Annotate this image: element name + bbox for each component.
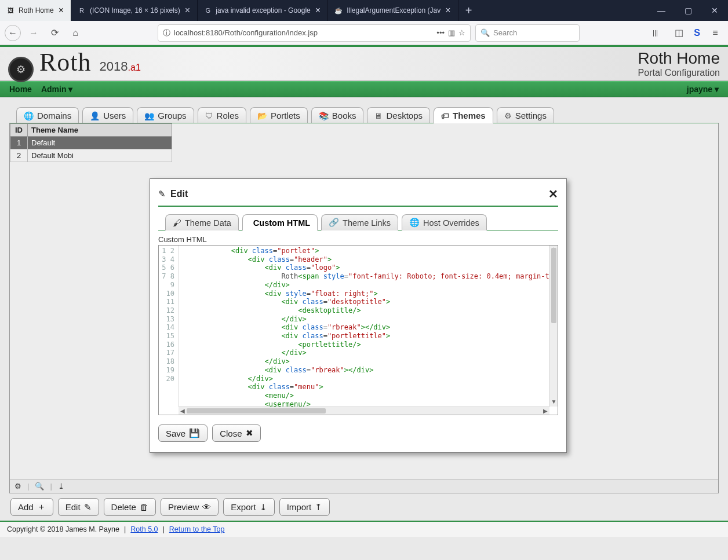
menu-admin[interactable]: Admin ▾ — [37, 82, 77, 97]
more-icon[interactable]: ••• — [436, 28, 445, 37]
tab-label: Desktops — [386, 111, 423, 120]
roles-icon: 🛡 — [205, 111, 213, 120]
trash-icon: 🗑 — [140, 502, 148, 512]
tab-settings[interactable]: ⚙Settings — [497, 107, 554, 123]
dialog-title: Edit — [170, 189, 188, 199]
panel-toolbar: ⚙| 🔍| ⤓ — [10, 479, 718, 493]
search-icon: 🔍 — [481, 28, 490, 37]
portlets-icon: 📂 — [257, 111, 267, 120]
dialog-close-icon[interactable]: ✕ — [548, 187, 558, 201]
address-bar[interactable]: ⓘ localhost:8180/Roth/configuration/inde… — [158, 24, 471, 42]
close-icon: ✖ — [246, 428, 253, 438]
window-close-button[interactable]: ✕ — [701, 0, 728, 21]
tab-label: java invalid exception - Google — [216, 6, 310, 14]
table-row[interactable]: 1Default — [10, 137, 172, 149]
home-button[interactable]: ⌂ — [67, 25, 83, 41]
tab-label: Domains — [37, 111, 71, 120]
tab-label: Theme Links — [343, 218, 391, 228]
window-maximize-button[interactable]: ▢ — [675, 0, 701, 21]
editor-content[interactable]: <div class="portlet"> <div class="header… — [179, 246, 549, 407]
edit-icon: ✎ — [158, 189, 166, 199]
code-editor[interactable]: 1 2 3 4 5 6 7 8 9 10 11 12 13 14 15 16 1… — [158, 245, 558, 415]
tool-settings-icon[interactable]: ⚙ — [14, 482, 21, 491]
tab-users[interactable]: 👤Users — [82, 107, 133, 123]
library-icon[interactable]: ⫼ — [647, 25, 664, 41]
sidebar-icon[interactable]: ◫ — [671, 25, 687, 41]
browser-search[interactable]: 🔍 Search — [475, 24, 580, 42]
dialog-close-button[interactable]: Close ✖ — [212, 424, 260, 442]
save-icon: 💾 — [189, 428, 200, 438]
preview-button[interactable]: Preview👁 — [161, 498, 219, 516]
reader-icon[interactable]: ▥ — [448, 28, 455, 37]
tab-close-icon[interactable]: × — [184, 5, 191, 16]
back-button[interactable]: ← — [5, 25, 21, 41]
users-icon: 👤 — [90, 111, 100, 120]
editor-hscrollbar[interactable]: ◀▶ — [179, 407, 549, 415]
new-tab-button[interactable]: + — [458, 0, 479, 21]
tab-close-icon[interactable]: × — [314, 5, 322, 16]
footer-link-roth[interactable]: Roth 5.0 — [130, 525, 158, 533]
import-button[interactable]: Import⤒ — [279, 498, 330, 516]
tab-books[interactable]: 📚Books — [311, 107, 364, 123]
table-row[interactable]: 2Default Mobi — [10, 149, 172, 162]
app-menubar: Home Admin ▾ jpayne ▾ — [0, 81, 728, 97]
books-icon: 📚 — [319, 111, 329, 120]
action-row: Add＋ Edit✎ Delete🗑 Preview👁 Export⤓ Impo… — [0, 493, 728, 521]
browser-tab-0[interactable]: 🖼Roth Home× — [0, 0, 71, 21]
menu-home[interactable]: Home — [5, 82, 37, 97]
add-button[interactable]: Add＋ — [10, 498, 53, 516]
desktops-icon: 🖥 — [374, 111, 383, 120]
tab-icon: 🖌 — [173, 218, 181, 228]
browser-tab-2[interactable]: Gjava invalid exception - Google× — [198, 0, 328, 21]
dialog-tab-host-overrides[interactable]: 🌐Host Overrides — [402, 214, 487, 230]
tab-roles[interactable]: 🛡Roles — [198, 107, 246, 123]
favicon-icon: G — [203, 6, 212, 15]
footer-link-top[interactable]: Return to the Top — [169, 525, 225, 533]
edit-icon: ✎ — [84, 502, 92, 513]
tab-themes[interactable]: 🏷Themes — [434, 107, 493, 123]
forward-button[interactable]: → — [26, 25, 42, 41]
editor-gutter: 1 2 3 4 5 6 7 8 9 10 11 12 13 14 15 16 1… — [159, 246, 179, 407]
col-name[interactable]: Theme Name — [28, 124, 172, 137]
tab-close-icon[interactable]: × — [57, 5, 65, 16]
tab-desktops[interactable]: 🖥Desktops — [367, 107, 430, 123]
tab-label: Themes — [453, 111, 486, 120]
editor-vscrollbar[interactable]: ▲▼ — [549, 246, 558, 407]
tab-icon: 🔗 — [329, 218, 339, 228]
page-subtitle: Portal Configuration — [638, 68, 720, 78]
dialog-save-button[interactable]: Save 💾 — [158, 424, 208, 442]
tab-portlets[interactable]: 📂Portlets — [250, 107, 308, 123]
tab-close-icon[interactable]: × — [444, 5, 452, 16]
tab-domains[interactable]: 🌐Domains — [16, 107, 79, 123]
browser-tab-1[interactable]: R(ICON Image, 16 × 16 pixels)× — [71, 0, 198, 21]
reload-button[interactable]: ⟳ — [46, 25, 63, 41]
menu-icon[interactable]: ≡ — [707, 25, 723, 41]
tab-groups[interactable]: 👥Groups — [137, 107, 194, 123]
browser-tab-3[interactable]: ☕IllegalArgumentException (Jav× — [328, 0, 458, 21]
tab-icon: 🌐 — [409, 218, 420, 228]
window-minimize-button[interactable]: — — [648, 0, 675, 21]
export-button[interactable]: Export⤓ — [223, 498, 274, 516]
cell-id: 1 — [10, 137, 28, 149]
col-id[interactable]: ID — [10, 124, 28, 137]
edit-button[interactable]: Edit✎ — [58, 498, 99, 516]
tool-search-icon[interactable]: 🔍 — [35, 482, 44, 491]
dialog-tab-theme-data[interactable]: 🖌Theme Data — [165, 214, 239, 230]
edit-dialog: ✎ Edit ✕ 🖌Theme DataCustom HTML🔗Theme Li… — [150, 178, 567, 453]
browser-tabbar: 🖼Roth Home×R(ICON Image, 16 × 16 pixels)… — [0, 0, 728, 21]
plus-icon: ＋ — [37, 502, 46, 513]
cell-name: Default Mobi — [28, 149, 172, 162]
app-version: 2018.a1 — [100, 59, 141, 74]
dialog-tab-custom-html[interactable]: Custom HTML — [242, 214, 318, 230]
star-icon[interactable]: ☆ — [458, 28, 465, 37]
delete-button[interactable]: Delete🗑 — [104, 498, 156, 516]
menu-user[interactable]: jpayne ▾ — [682, 82, 723, 97]
tab-label: Settings — [515, 111, 547, 120]
tab-label: Books — [332, 111, 356, 120]
tool-download-icon[interactable]: ⤓ — [58, 482, 64, 491]
account-badge[interactable]: S — [694, 28, 700, 38]
themes-icon: 🏷 — [441, 111, 449, 120]
identity-icon: ⓘ — [163, 28, 170, 38]
dialog-tab-theme-links[interactable]: 🔗Theme Links — [321, 214, 398, 230]
upload-icon: ⤒ — [315, 502, 322, 513]
